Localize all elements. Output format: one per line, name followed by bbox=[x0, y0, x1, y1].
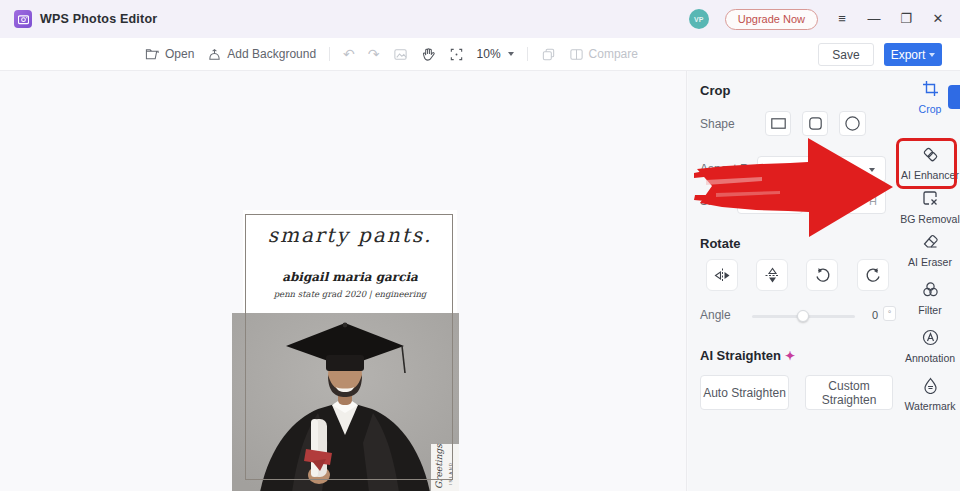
crop-heading: Crop bbox=[700, 83, 730, 98]
flip-vertical-button[interactable] bbox=[756, 259, 788, 291]
tool-ai-enhancer[interactable]: AI Enhancer bbox=[900, 146, 960, 181]
add-background-icon bbox=[207, 47, 222, 62]
crop-icon bbox=[922, 80, 939, 97]
height-input[interactable] bbox=[832, 194, 865, 208]
undo-icon[interactable]: ↶ bbox=[343, 47, 355, 61]
tool-ai-eraser[interactable]: AI Eraser bbox=[900, 233, 960, 268]
shape-rectangle-button[interactable] bbox=[765, 111, 791, 136]
rotate-ccw-icon bbox=[814, 267, 831, 284]
tool-bg-removal[interactable]: BG Removal bbox=[900, 190, 960, 225]
annotation-icon bbox=[922, 329, 939, 346]
filter-icon bbox=[922, 281, 939, 298]
angle-unit: ° bbox=[883, 306, 896, 321]
bg-removal-icon bbox=[922, 190, 939, 207]
sparkle-icon: ✦ bbox=[785, 349, 795, 363]
tool-filter[interactable]: Filter bbox=[900, 281, 960, 316]
export-button[interactable]: Export bbox=[884, 43, 942, 66]
tool-annotation[interactable]: Annotation bbox=[900, 329, 960, 364]
tool-crop[interactable]: Crop bbox=[900, 80, 960, 115]
aspect-ratio-select[interactable]: Free bbox=[757, 156, 886, 183]
duplicate-icon[interactable] bbox=[541, 47, 556, 62]
close-icon[interactable]: ✕ bbox=[930, 0, 946, 38]
shape-rounded-square-button[interactable] bbox=[802, 111, 828, 136]
shape-circle-button[interactable] bbox=[839, 111, 866, 136]
editor-canvas[interactable]: smarty pants. abigail maria garcia penn … bbox=[0, 71, 687, 491]
compare-icon bbox=[569, 47, 584, 62]
size-label: Size bbox=[700, 194, 723, 208]
toolbar: Open Add Background ↶ ↷ 10% Compare S bbox=[0, 38, 960, 71]
rotate-right-button[interactable] bbox=[857, 259, 889, 291]
titlebar: WPS Photos Editor VP Upgrade Now ≡ — ❐ ✕ bbox=[0, 0, 960, 38]
rotate-cw-icon bbox=[865, 267, 882, 284]
divider bbox=[329, 47, 330, 61]
angle-slider-thumb[interactable] bbox=[797, 310, 809, 322]
card-title: smarty pants. bbox=[243, 223, 457, 247]
rounded-square-icon bbox=[809, 117, 822, 130]
height-field[interactable]: H bbox=[823, 188, 886, 214]
width-field[interactable]: W bbox=[737, 188, 803, 214]
circle-icon bbox=[845, 116, 860, 131]
chevron-down-icon bbox=[869, 168, 875, 172]
flip-horizontal-icon bbox=[714, 267, 731, 284]
open-button[interactable]: Open bbox=[145, 47, 194, 62]
minimize-icon[interactable]: — bbox=[866, 0, 882, 38]
fit-screen-icon[interactable] bbox=[449, 47, 464, 62]
maximize-icon[interactable]: ❐ bbox=[898, 0, 914, 38]
app-title: WPS Photos Editor bbox=[40, 12, 157, 26]
svg-text:ISLAND: ISLAND bbox=[448, 462, 453, 485]
ai-enhancer-icon bbox=[922, 146, 939, 163]
zoom-level[interactable]: 10% bbox=[477, 47, 514, 61]
ai-straighten-heading: AI Straighten✦ bbox=[700, 348, 795, 363]
chevron-down-icon bbox=[508, 52, 514, 56]
width-input[interactable] bbox=[746, 194, 780, 208]
divider bbox=[527, 47, 528, 61]
redo-icon[interactable]: ↷ bbox=[368, 47, 380, 61]
custom-straighten-button[interactable]: Custom Straighten bbox=[805, 375, 893, 410]
shape-label: Shape bbox=[700, 117, 735, 131]
rotate-heading: Rotate bbox=[700, 236, 740, 251]
ai-eraser-icon bbox=[922, 233, 939, 250]
hand-tool-icon[interactable] bbox=[421, 47, 436, 62]
lock-open-icon[interactable] bbox=[807, 192, 822, 208]
chevron-down-icon bbox=[929, 53, 935, 57]
flip-horizontal-button[interactable] bbox=[706, 259, 738, 291]
watermark-icon bbox=[922, 377, 939, 394]
card-details: penn state grad 2020 | engineering bbox=[243, 289, 457, 299]
avatar[interactable]: VP bbox=[689, 9, 709, 29]
menu-icon[interactable]: ≡ bbox=[834, 0, 850, 38]
image-adjust-icon[interactable] bbox=[393, 47, 408, 62]
photo-watermark-text: Greetings bbox=[434, 443, 444, 489]
angle-value: 0 bbox=[860, 309, 878, 321]
rotate-left-button[interactable] bbox=[806, 259, 838, 291]
wps-logo-icon bbox=[14, 10, 32, 28]
folder-open-icon bbox=[145, 47, 160, 62]
card-name: abigail maria garcia bbox=[243, 270, 457, 284]
add-background-button[interactable]: Add Background bbox=[207, 47, 316, 62]
auto-straighten-button[interactable]: Auto Straighten bbox=[700, 375, 789, 410]
tool-watermark[interactable]: Watermark bbox=[900, 377, 960, 412]
save-button[interactable]: Save bbox=[818, 43, 874, 66]
flip-vertical-icon bbox=[764, 267, 781, 284]
graduate-photo[interactable]: Greetings ISLAND bbox=[232, 313, 459, 491]
angle-label: Angle bbox=[700, 308, 731, 322]
compare-button[interactable]: Compare bbox=[569, 47, 638, 62]
upgrade-now-button[interactable]: Upgrade Now bbox=[725, 9, 818, 30]
rectangle-icon bbox=[771, 118, 786, 129]
